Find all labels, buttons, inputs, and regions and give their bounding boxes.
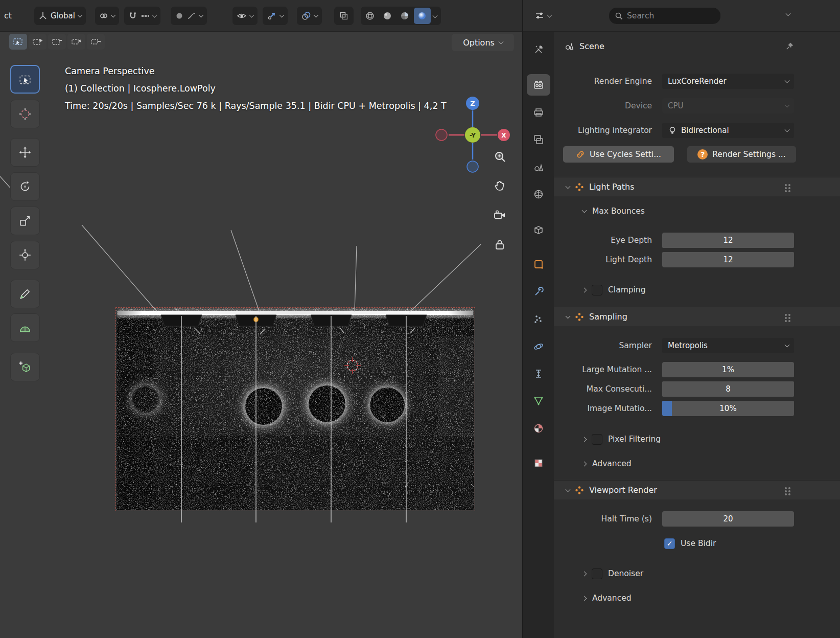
tab-scene[interactable] <box>527 156 550 178</box>
clamping-row[interactable]: Clamping <box>554 282 840 298</box>
clamping-checkbox[interactable] <box>592 285 602 295</box>
device-dropdown[interactable]: CPU <box>662 98 794 113</box>
light-paths-panel-header[interactable]: Light Paths <box>554 177 840 196</box>
use-bidir-checkbox[interactable]: ✓ <box>664 538 675 549</box>
options-button[interactable]: Options <box>452 34 514 51</box>
eye-depth-row: Eye Depth 12 <box>554 232 840 248</box>
transform-orientation-dropdown[interactable]: Global <box>34 7 86 25</box>
eye-depth-field[interactable]: 12 <box>662 233 794 248</box>
chevron-down-icon[interactable] <box>786 11 791 16</box>
select-mode-set[interactable] <box>9 34 27 50</box>
render-settings-help-button[interactable]: ? Render Settings ... <box>687 146 796 163</box>
tool-add-cube[interactable] <box>10 353 40 381</box>
xray-toggle[interactable] <box>334 7 354 25</box>
breadcrumb: Scene <box>554 38 840 54</box>
chevron-down-icon <box>432 13 437 18</box>
search-input[interactable] <box>627 11 704 20</box>
tool-measure[interactable] <box>10 313 40 342</box>
tool-transform[interactable] <box>10 241 40 269</box>
tab-physics[interactable] <box>527 336 550 357</box>
use-bidir-label: Use Bidir <box>681 539 716 548</box>
tab-particles[interactable] <box>527 308 550 330</box>
pixel-filtering-row[interactable]: Pixel Filtering <box>554 431 840 447</box>
denoiser-checkbox[interactable] <box>592 568 602 579</box>
properties-search[interactable] <box>609 8 720 24</box>
max-bounces-subpanel[interactable]: Max Bounces <box>554 203 840 219</box>
pin-icon[interactable] <box>785 41 795 51</box>
tab-constraints[interactable] <box>527 363 550 384</box>
lock-view-button[interactable] <box>489 234 510 255</box>
gizmo-neg-y-label: -Y <box>470 132 476 139</box>
gizmo-neg-z-axis[interactable] <box>467 161 478 172</box>
select-mode-subtract[interactable] <box>48 34 66 50</box>
tab-render[interactable] <box>527 74 550 96</box>
tab-view-layer[interactable] <box>527 129 550 150</box>
tab-tool[interactable] <box>527 39 550 60</box>
luxcore-panel-icon <box>575 486 584 495</box>
light-depth-field[interactable]: 12 <box>662 252 794 267</box>
tab-object[interactable] <box>527 254 550 275</box>
orientation-label: Global <box>51 11 75 20</box>
light-origin-dot[interactable] <box>253 317 259 322</box>
halt-time-field[interactable]: 20 <box>662 511 794 527</box>
viewport-advanced-row[interactable]: Advanced <box>554 590 840 606</box>
tool-cursor[interactable] <box>10 100 40 128</box>
max-consecutive-field[interactable]: 8 <box>662 381 794 397</box>
tab-texture[interactable] <box>527 452 550 474</box>
shading-material-button[interactable] <box>396 8 413 24</box>
visibility-dropdown[interactable] <box>232 7 258 25</box>
proportional-editing-dropdown[interactable] <box>171 7 207 25</box>
tool-move[interactable] <box>10 138 40 167</box>
sampling-panel-header[interactable]: Sampling <box>554 307 840 326</box>
denoiser-label: Denoiser <box>608 569 643 578</box>
use-cycles-settings-button[interactable]: Use Cycles Setti... <box>563 146 674 163</box>
denoiser-row[interactable]: Denoiser <box>554 565 840 582</box>
light-depth-label: Light Depth <box>554 255 662 264</box>
shading-rendered-button[interactable] <box>414 8 431 24</box>
shading-solid-button[interactable] <box>379 8 396 24</box>
zoom-button[interactable] <box>489 147 510 167</box>
pan-button[interactable] <box>489 176 510 196</box>
drag-handle-icon[interactable] <box>785 314 787 316</box>
tab-material[interactable] <box>527 418 550 439</box>
tool-scale[interactable] <box>10 207 40 235</box>
shading-wireframe-button[interactable] <box>362 8 379 24</box>
viewport-3d[interactable]: Options Camera Perspective (1) Collectio… <box>0 32 522 638</box>
select-mode-invert[interactable] <box>67 34 85 50</box>
image-mutation-slider[interactable]: 10% <box>662 401 794 416</box>
editor-type-dropdown[interactable] <box>531 7 554 25</box>
pixel-filtering-checkbox[interactable] <box>592 434 602 445</box>
tool-select-box[interactable] <box>10 65 40 94</box>
tab-object-data[interactable] <box>527 390 550 412</box>
snapping-dropdown[interactable] <box>124 7 160 25</box>
overlays-dropdown[interactable] <box>297 7 322 25</box>
select-mode-intersect[interactable] <box>87 34 105 50</box>
viewport-render-panel-header[interactable]: Viewport Render <box>554 480 840 499</box>
gizmos-dropdown[interactable] <box>263 7 288 25</box>
select-menu-partial[interactable]: ct <box>4 11 12 20</box>
annotate-pencil-icon <box>18 287 32 301</box>
tab-world[interactable] <box>527 184 550 205</box>
select-mode-extend[interactable] <box>29 34 46 50</box>
chevron-right-icon <box>582 596 587 601</box>
render-engine-dropdown[interactable]: LuxCoreRender <box>662 74 794 89</box>
tab-output[interactable] <box>527 102 550 123</box>
tool-annotate[interactable] <box>10 280 40 308</box>
sampler-dropdown[interactable]: Metropolis <box>662 338 794 353</box>
large-mutation-field[interactable]: 1% <box>662 362 794 377</box>
camera-view-button[interactable] <box>489 205 510 225</box>
sampling-advanced-row[interactable]: Advanced <box>554 455 840 472</box>
gizmo-neg-x-axis[interactable] <box>436 129 447 141</box>
drag-handle-icon[interactable] <box>785 184 787 186</box>
tab-collection[interactable] <box>527 219 550 241</box>
breadcrumb-scene[interactable]: Scene <box>579 41 604 51</box>
tool-rotate[interactable] <box>10 172 40 201</box>
properties-header <box>523 0 840 32</box>
wireframe-sphere-icon <box>365 11 375 20</box>
tab-modifiers[interactable] <box>527 281 550 303</box>
integrator-dropdown[interactable]: Bidirectional <box>662 123 794 138</box>
chevron-right-icon <box>582 571 587 576</box>
drag-handle-icon[interactable] <box>785 487 787 489</box>
viewport-editor: ct Global <box>0 0 522 638</box>
snap-target-dropdown[interactable] <box>95 7 119 25</box>
